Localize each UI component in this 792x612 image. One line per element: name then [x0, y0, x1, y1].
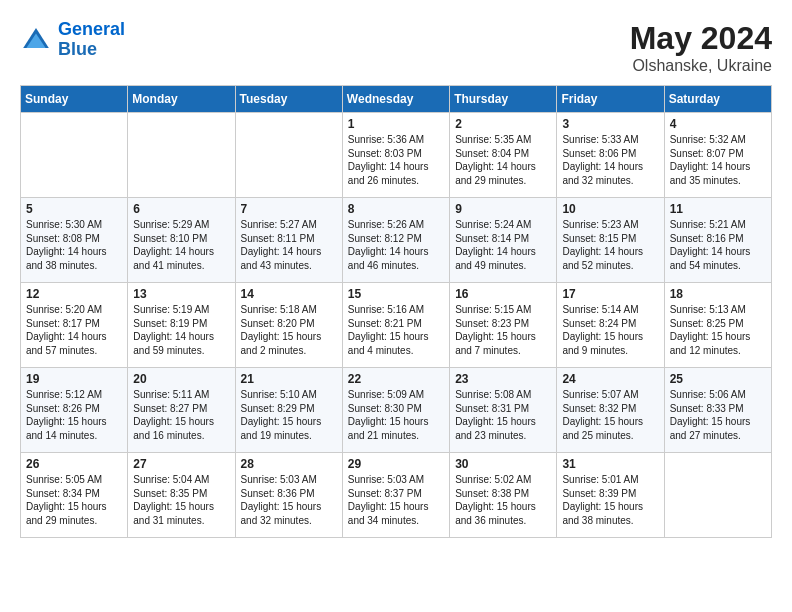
calendar-cell: 18Sunrise: 5:13 AM Sunset: 8:25 PM Dayli… [664, 283, 771, 368]
calendar-cell [21, 113, 128, 198]
calendar-cell: 4Sunrise: 5:32 AM Sunset: 8:07 PM Daylig… [664, 113, 771, 198]
day-number: 25 [670, 372, 766, 386]
calendar-cell: 25Sunrise: 5:06 AM Sunset: 8:33 PM Dayli… [664, 368, 771, 453]
calendar-cell: 14Sunrise: 5:18 AM Sunset: 8:20 PM Dayli… [235, 283, 342, 368]
day-number: 15 [348, 287, 444, 301]
calendar-cell: 21Sunrise: 5:10 AM Sunset: 8:29 PM Dayli… [235, 368, 342, 453]
logo: General Blue [20, 20, 125, 60]
calendar-cell: 5Sunrise: 5:30 AM Sunset: 8:08 PM Daylig… [21, 198, 128, 283]
calendar-cell: 24Sunrise: 5:07 AM Sunset: 8:32 PM Dayli… [557, 368, 664, 453]
logo-icon [20, 24, 52, 56]
logo-line2: Blue [58, 39, 97, 59]
day-info: Sunrise: 5:12 AM Sunset: 8:26 PM Dayligh… [26, 388, 122, 442]
calendar-week-row: 26Sunrise: 5:05 AM Sunset: 8:34 PM Dayli… [21, 453, 772, 538]
day-info: Sunrise: 5:08 AM Sunset: 8:31 PM Dayligh… [455, 388, 551, 442]
calendar-cell [664, 453, 771, 538]
weekday-header: Wednesday [342, 86, 449, 113]
calendar-cell: 27Sunrise: 5:04 AM Sunset: 8:35 PM Dayli… [128, 453, 235, 538]
day-info: Sunrise: 5:21 AM Sunset: 8:16 PM Dayligh… [670, 218, 766, 272]
calendar-table: SundayMondayTuesdayWednesdayThursdayFrid… [20, 85, 772, 538]
day-number: 16 [455, 287, 551, 301]
calendar-cell: 30Sunrise: 5:02 AM Sunset: 8:38 PM Dayli… [450, 453, 557, 538]
calendar-cell: 15Sunrise: 5:16 AM Sunset: 8:21 PM Dayli… [342, 283, 449, 368]
day-number: 27 [133, 457, 229, 471]
day-number: 20 [133, 372, 229, 386]
calendar-cell: 1Sunrise: 5:36 AM Sunset: 8:03 PM Daylig… [342, 113, 449, 198]
calendar-cell: 13Sunrise: 5:19 AM Sunset: 8:19 PM Dayli… [128, 283, 235, 368]
calendar-cell: 9Sunrise: 5:24 AM Sunset: 8:14 PM Daylig… [450, 198, 557, 283]
day-number: 18 [670, 287, 766, 301]
day-number: 5 [26, 202, 122, 216]
calendar-cell: 2Sunrise: 5:35 AM Sunset: 8:04 PM Daylig… [450, 113, 557, 198]
calendar-cell: 28Sunrise: 5:03 AM Sunset: 8:36 PM Dayli… [235, 453, 342, 538]
calendar-cell: 17Sunrise: 5:14 AM Sunset: 8:24 PM Dayli… [557, 283, 664, 368]
day-info: Sunrise: 5:27 AM Sunset: 8:11 PM Dayligh… [241, 218, 337, 272]
day-info: Sunrise: 5:01 AM Sunset: 8:39 PM Dayligh… [562, 473, 658, 527]
calendar-cell: 19Sunrise: 5:12 AM Sunset: 8:26 PM Dayli… [21, 368, 128, 453]
calendar-cell: 23Sunrise: 5:08 AM Sunset: 8:31 PM Dayli… [450, 368, 557, 453]
day-info: Sunrise: 5:07 AM Sunset: 8:32 PM Dayligh… [562, 388, 658, 442]
calendar-week-row: 1Sunrise: 5:36 AM Sunset: 8:03 PM Daylig… [21, 113, 772, 198]
day-number: 11 [670, 202, 766, 216]
day-number: 29 [348, 457, 444, 471]
weekday-header-row: SundayMondayTuesdayWednesdayThursdayFrid… [21, 86, 772, 113]
calendar-cell: 20Sunrise: 5:11 AM Sunset: 8:27 PM Dayli… [128, 368, 235, 453]
weekday-header: Friday [557, 86, 664, 113]
day-info: Sunrise: 5:29 AM Sunset: 8:10 PM Dayligh… [133, 218, 229, 272]
calendar-cell: 7Sunrise: 5:27 AM Sunset: 8:11 PM Daylig… [235, 198, 342, 283]
calendar-cell [128, 113, 235, 198]
day-number: 17 [562, 287, 658, 301]
day-info: Sunrise: 5:20 AM Sunset: 8:17 PM Dayligh… [26, 303, 122, 357]
logo-line1: General [58, 19, 125, 39]
day-info: Sunrise: 5:23 AM Sunset: 8:15 PM Dayligh… [562, 218, 658, 272]
calendar-cell: 6Sunrise: 5:29 AM Sunset: 8:10 PM Daylig… [128, 198, 235, 283]
day-number: 19 [26, 372, 122, 386]
day-info: Sunrise: 5:04 AM Sunset: 8:35 PM Dayligh… [133, 473, 229, 527]
calendar-cell: 31Sunrise: 5:01 AM Sunset: 8:39 PM Dayli… [557, 453, 664, 538]
page-header: General Blue May 2024 Olshanske, Ukraine [20, 20, 772, 75]
day-number: 7 [241, 202, 337, 216]
day-info: Sunrise: 5:19 AM Sunset: 8:19 PM Dayligh… [133, 303, 229, 357]
calendar-week-row: 19Sunrise: 5:12 AM Sunset: 8:26 PM Dayli… [21, 368, 772, 453]
day-info: Sunrise: 5:33 AM Sunset: 8:06 PM Dayligh… [562, 133, 658, 187]
day-info: Sunrise: 5:05 AM Sunset: 8:34 PM Dayligh… [26, 473, 122, 527]
day-info: Sunrise: 5:13 AM Sunset: 8:25 PM Dayligh… [670, 303, 766, 357]
day-info: Sunrise: 5:03 AM Sunset: 8:37 PM Dayligh… [348, 473, 444, 527]
day-number: 30 [455, 457, 551, 471]
day-info: Sunrise: 5:36 AM Sunset: 8:03 PM Dayligh… [348, 133, 444, 187]
day-number: 28 [241, 457, 337, 471]
title-block: May 2024 Olshanske, Ukraine [630, 20, 772, 75]
day-info: Sunrise: 5:09 AM Sunset: 8:30 PM Dayligh… [348, 388, 444, 442]
day-number: 14 [241, 287, 337, 301]
day-info: Sunrise: 5:26 AM Sunset: 8:12 PM Dayligh… [348, 218, 444, 272]
day-number: 22 [348, 372, 444, 386]
day-number: 4 [670, 117, 766, 131]
day-number: 6 [133, 202, 229, 216]
calendar-cell: 29Sunrise: 5:03 AM Sunset: 8:37 PM Dayli… [342, 453, 449, 538]
day-info: Sunrise: 5:32 AM Sunset: 8:07 PM Dayligh… [670, 133, 766, 187]
day-number: 31 [562, 457, 658, 471]
location: Olshanske, Ukraine [630, 57, 772, 75]
calendar-cell [235, 113, 342, 198]
day-number: 12 [26, 287, 122, 301]
day-number: 1 [348, 117, 444, 131]
day-number: 8 [348, 202, 444, 216]
calendar-cell: 3Sunrise: 5:33 AM Sunset: 8:06 PM Daylig… [557, 113, 664, 198]
month-year: May 2024 [630, 20, 772, 57]
calendar-cell: 16Sunrise: 5:15 AM Sunset: 8:23 PM Dayli… [450, 283, 557, 368]
day-info: Sunrise: 5:14 AM Sunset: 8:24 PM Dayligh… [562, 303, 658, 357]
day-number: 9 [455, 202, 551, 216]
day-info: Sunrise: 5:03 AM Sunset: 8:36 PM Dayligh… [241, 473, 337, 527]
calendar-cell: 26Sunrise: 5:05 AM Sunset: 8:34 PM Dayli… [21, 453, 128, 538]
calendar-cell: 10Sunrise: 5:23 AM Sunset: 8:15 PM Dayli… [557, 198, 664, 283]
day-info: Sunrise: 5:24 AM Sunset: 8:14 PM Dayligh… [455, 218, 551, 272]
calendar-week-row: 5Sunrise: 5:30 AM Sunset: 8:08 PM Daylig… [21, 198, 772, 283]
day-info: Sunrise: 5:15 AM Sunset: 8:23 PM Dayligh… [455, 303, 551, 357]
weekday-header: Saturday [664, 86, 771, 113]
day-number: 2 [455, 117, 551, 131]
day-info: Sunrise: 5:06 AM Sunset: 8:33 PM Dayligh… [670, 388, 766, 442]
day-info: Sunrise: 5:02 AM Sunset: 8:38 PM Dayligh… [455, 473, 551, 527]
day-info: Sunrise: 5:35 AM Sunset: 8:04 PM Dayligh… [455, 133, 551, 187]
weekday-header: Monday [128, 86, 235, 113]
day-number: 23 [455, 372, 551, 386]
